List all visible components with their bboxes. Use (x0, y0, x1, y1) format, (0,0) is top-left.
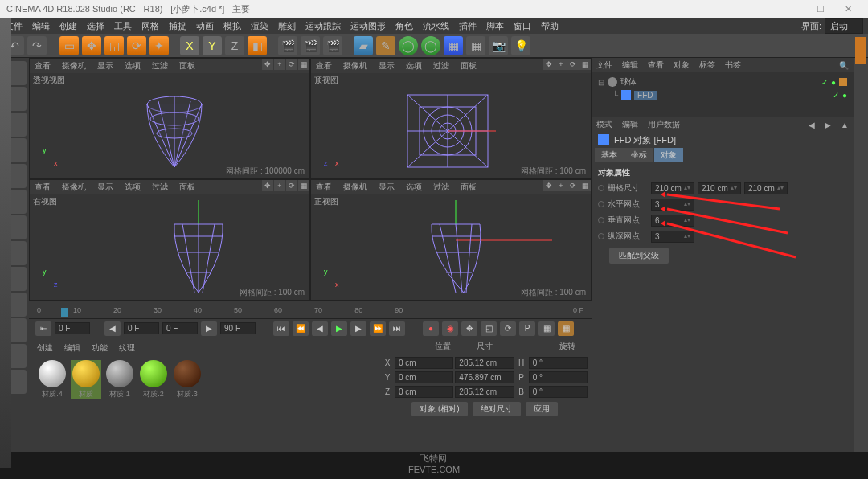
vp-menu-camera[interactable]: 摄像机 (62, 60, 86, 72)
render-settings-button[interactable]: 🎬 (323, 36, 342, 55)
vp-menu-panel[interactable]: 面板 (461, 182, 477, 193)
attr-subtab-object[interactable]: 对象 (654, 148, 683, 162)
vp-menu-display[interactable]: 显示 (97, 182, 113, 193)
obj-tab-bookmarks[interactable]: 书签 (725, 59, 741, 71)
vp-menu-panel[interactable]: 面板 (461, 60, 477, 72)
attr-vpoints-field[interactable]: 6▴▾ (651, 215, 694, 227)
viewport-right[interactable]: 查看 摄像机 显示 选项 过滤 面板 ✥+⟳▦ 右视图 (29, 179, 310, 301)
frame-end-field[interactable]: 90 F (220, 322, 256, 334)
attr-gridsize-x[interactable]: 210 cm▴▾ (651, 182, 694, 194)
object-name[interactable]: FFD (634, 91, 656, 100)
attr-nav-up-icon[interactable]: ▲ (841, 121, 849, 129)
mat-tab-texture[interactable]: 纹理 (119, 342, 135, 354)
object-tree[interactable]: ⊟ 球体 ✓● └ FFD ✓● (592, 72, 854, 117)
menu-window[interactable]: 窗口 (514, 20, 531, 32)
menu-simulate[interactable]: 模拟 (223, 20, 241, 32)
frame-cur2-field[interactable]: 0 F (162, 322, 198, 334)
recent-tool[interactable]: ✦ (149, 36, 169, 55)
goto-prevkey-button[interactable]: ⏪ (293, 321, 309, 336)
camera-button[interactable]: 📷 (489, 36, 508, 55)
autokey-button[interactable]: ◉ (442, 321, 458, 336)
vp-menu-options[interactable]: 选项 (406, 60, 422, 72)
tag-icon[interactable] (839, 78, 847, 86)
material-item[interactable]: 材质.2 (138, 360, 169, 399)
vp-menu-view[interactable]: 查看 (35, 60, 51, 72)
axis-z-button[interactable]: Z (225, 36, 244, 55)
vp-nav-icon[interactable]: ✥ (262, 59, 273, 70)
vp-menu-panel[interactable]: 面板 (179, 182, 195, 193)
vp-menu-view[interactable]: 查看 (316, 182, 332, 193)
next-range-button[interactable]: ▶ (201, 321, 217, 336)
vp-menu-camera[interactable]: 摄像机 (343, 182, 367, 193)
vp-rotate-icon[interactable]: ⟳ (286, 59, 297, 70)
vp-zoom-icon[interactable]: + (555, 180, 567, 191)
attr-gridsize-y[interactable]: 210 cm▴▾ (698, 182, 741, 194)
coord-rot-p[interactable]: 0 ° (529, 371, 588, 383)
deformer-button[interactable]: ▦ (444, 36, 463, 55)
vp-menu-display[interactable]: 显示 (379, 182, 395, 193)
key-rot-button[interactable]: ⟳ (500, 321, 516, 336)
obj-tab-objects[interactable]: 对象 (674, 59, 690, 71)
vp-zoom-icon[interactable]: + (555, 59, 567, 70)
vp-menu-filter[interactable]: 过滤 (152, 60, 168, 72)
menu-motiontrack[interactable]: 运动跟踪 (305, 20, 341, 32)
menu-tools[interactable]: 工具 (114, 20, 132, 32)
material-item[interactable]: 材质.1 (104, 360, 135, 399)
key-scale-button[interactable]: ◱ (481, 321, 497, 336)
light-button[interactable]: 💡 (511, 36, 530, 55)
vp-menu-filter[interactable]: 过滤 (152, 182, 168, 193)
menu-animate[interactable]: 动画 (196, 20, 214, 32)
viewport-top[interactable]: 查看 摄像机 显示 选项 过滤 面板 ✥+⟳▦ 顶视图 (310, 58, 592, 179)
nurbs-button[interactable]: ◯ (399, 36, 418, 55)
render-view-button[interactable]: 🎬 (278, 36, 297, 55)
attr-subtab-basic[interactable]: 基本 (595, 148, 624, 162)
material-item[interactable]: 材质 (71, 360, 101, 399)
attr-subtab-coord[interactable]: 坐标 (624, 148, 653, 162)
key-pla-button[interactable]: ▦ (538, 321, 555, 336)
vp-max-icon[interactable]: ▦ (298, 59, 309, 70)
close-button[interactable]: ✕ (834, 0, 862, 18)
object-name[interactable]: 球体 (620, 76, 637, 88)
search-icon[interactable]: 🔍 (839, 61, 849, 70)
vp-rotate-icon[interactable]: ⟳ (286, 180, 297, 191)
vp-menu-filter[interactable]: 过滤 (433, 60, 449, 72)
prev-range-button[interactable]: ◀ (104, 321, 121, 336)
pen-tool-button[interactable]: ✎ (376, 36, 395, 55)
goto-end-button[interactable]: ⏭ (389, 321, 405, 336)
prev-frame-button[interactable]: ◀ (312, 321, 328, 336)
attr-gridsize-z[interactable]: 210 cm▴▾ (744, 182, 788, 194)
vp-zoom-icon[interactable]: + (274, 59, 285, 70)
goto-nextkey-button[interactable]: ⏩ (370, 321, 386, 336)
attr-nav-fwd-icon[interactable]: ▶ (825, 121, 831, 129)
minimize-button[interactable]: — (780, 0, 807, 18)
menu-help[interactable]: 帮助 (541, 20, 559, 32)
key-param-button[interactable]: P (519, 321, 535, 336)
menu-character[interactable]: 角色 (395, 20, 413, 32)
layout-dropdown[interactable]: 启动 (825, 18, 863, 34)
coord-size-z[interactable]: 285.12 cm (455, 386, 514, 398)
coord-apply-button[interactable]: 应用 (526, 402, 558, 416)
obj-tab-view[interactable]: 查看 (648, 59, 664, 71)
vp-menu-panel[interactable]: 面板 (179, 60, 195, 72)
menu-sculpt[interactable]: 雕刻 (278, 20, 296, 32)
menu-mograph[interactable]: 运动图形 (350, 20, 386, 32)
maximize-button[interactable]: ☐ (807, 0, 834, 18)
viewport-perspective[interactable]: 查看 摄像机 显示 选项 过滤 面板 ✥+⟳▦ 透视视图 (29, 58, 310, 179)
vp-menu-filter[interactable]: 过滤 (433, 182, 449, 193)
menu-snap[interactable]: 捕捉 (169, 20, 186, 32)
vp-menu-camera[interactable]: 摄像机 (62, 182, 86, 193)
key-pos-button[interactable]: ✥ (461, 321, 477, 336)
vp-menu-options[interactable]: 选项 (125, 60, 141, 72)
vp-rotate-icon[interactable]: ⟳ (567, 180, 579, 191)
vp-nav-icon[interactable]: ✥ (543, 180, 555, 191)
vp-nav-icon[interactable]: ✥ (262, 180, 273, 191)
menu-edit[interactable]: 编辑 (32, 20, 50, 32)
attr-tab-mode[interactable]: 模式 (596, 119, 612, 130)
obj-tab-file[interactable]: 文件 (596, 59, 612, 71)
primitive-cube-button[interactable]: ▰ (354, 36, 373, 55)
vp-menu-options[interactable]: 选项 (406, 182, 422, 193)
coord-rot-b[interactable]: 0 ° (529, 386, 588, 398)
mat-tab-edit[interactable]: 编辑 (64, 342, 80, 354)
scale-tool[interactable]: ◱ (104, 36, 124, 55)
render-region-button[interactable]: 🎬 (301, 36, 320, 55)
